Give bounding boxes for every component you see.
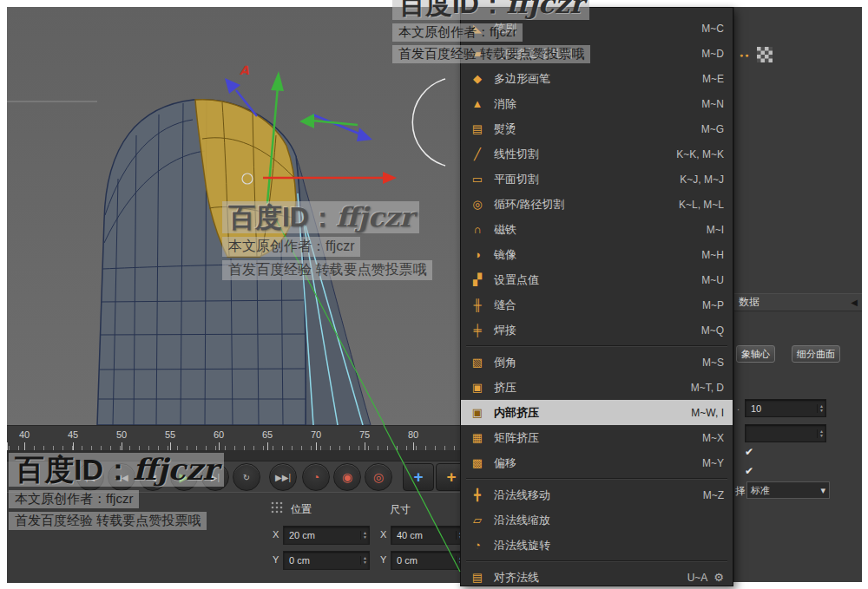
- menu-item-label: 设置点值: [494, 272, 701, 288]
- stepper-icon[interactable]: ▲▼: [817, 404, 825, 413]
- stepper-icon[interactable]: ▲▼: [360, 531, 369, 540]
- menu-item-polygon-pen[interactable]: ◆多边形画笔M~E: [461, 66, 733, 91]
- autokey-button[interactable]: ◉: [333, 463, 361, 491]
- stepper-icon[interactable]: ▲▼: [360, 556, 369, 565]
- secondary-value-field[interactable]: ▲▼: [745, 424, 826, 442]
- loop-button[interactable]: ↻: [233, 463, 260, 491]
- subdivision-value-field[interactable]: ▲▼: [745, 399, 826, 417]
- watermark-author-line: 本文原创作者：ffjczr: [222, 237, 360, 257]
- menu-item-stitch-sew[interactable]: ╫缝合M~P: [461, 292, 733, 317]
- tab-subdivision-surface[interactable]: 细分曲面: [792, 345, 840, 363]
- size-header: 尺寸: [390, 502, 411, 517]
- menu-item-shortcut: M~S: [702, 357, 724, 369]
- collapse-arrow-icon[interactable]: ◀: [851, 294, 858, 311]
- attribute-panel: ●● 数据 ◀ 象轴心 细分曲面 . ▲▼ ▲▼ ✔ ✔ 择 标准 ▾: [733, 7, 862, 582]
- menu-item-label: 磁铁: [494, 222, 707, 238]
- menu-item-shortcut: M~W, I: [691, 407, 724, 419]
- menu-separator: [466, 478, 727, 480]
- menu-item-shortcut: M~T, D: [691, 382, 724, 394]
- menu-item-extrude-inner[interactable]: ▣内部挤压M~W, I: [461, 400, 733, 425]
- subdivision-value-input[interactable]: [746, 403, 817, 414]
- menu-item-normal-move[interactable]: ╋沿法线移动M~Z: [461, 482, 733, 507]
- menu-item-matrix-extrude[interactable]: ▦矩阵挤压M~X: [461, 425, 733, 450]
- secondary-value-input[interactable]: [746, 429, 817, 439]
- menu-item-label: 对齐法线: [494, 570, 687, 586]
- position-y-field[interactable]: ▲▼: [283, 551, 370, 570]
- menu-item-line-cut[interactable]: ╱线性切割K~K, M~K: [461, 141, 733, 167]
- menu-item-label: 内部挤压: [494, 405, 691, 421]
- menu-item-shortcut: M~Y: [702, 457, 724, 469]
- menu-item-shortcut: K~K, M~K: [676, 148, 724, 160]
- size-x-input[interactable]: [391, 530, 456, 540]
- move-tool-button[interactable]: +: [403, 463, 434, 491]
- record-keyframe-button[interactable]: ◔: [302, 463, 330, 491]
- magnet-icon: ∩: [468, 223, 487, 236]
- menu-item-label: 沿法线缩放: [494, 513, 724, 528]
- menu-item-align-normals[interactable]: ▤对齐法线U~A⚙: [461, 565, 733, 589]
- menu-item-dissolve[interactable]: ▲消除M~N: [461, 91, 733, 116]
- menu-item-plane-cut[interactable]: ▭平面切割K~J, M~J: [461, 167, 733, 192]
- size-y-input[interactable]: [391, 555, 456, 566]
- menu-item-shortcut: K~J, M~J: [680, 173, 724, 186]
- watermark-source-line: 首发百度经验 转载要点赞投票哦: [9, 512, 207, 530]
- menu-item-smooth-shift[interactable]: ▩偏移M~Y: [461, 450, 733, 475]
- bevel-icon: ▧: [468, 356, 487, 369]
- loop-path-cut-icon: ◎: [468, 198, 487, 211]
- menu-item-extrude[interactable]: ▣挤压M~T, D: [461, 375, 733, 400]
- menu-item-set-point-value[interactable]: ▞设置点值M~U: [461, 267, 733, 292]
- goto-end-icon: ▶▶|: [275, 473, 291, 482]
- menu-item-weld[interactable]: ╪焊接M~Q: [461, 317, 733, 343]
- watermark-id-line: 百度ID：ffjczr: [392, 0, 589, 20]
- menu-item-bevel[interactable]: ▧倒角M~S: [461, 350, 733, 375]
- menu-item-shortcut: M~G: [701, 123, 724, 135]
- position-x-input[interactable]: [284, 530, 360, 540]
- menu-item-label: 消除: [494, 96, 701, 112]
- goto-end-button[interactable]: ▶▶|: [269, 463, 297, 491]
- texture-tag-icon[interactable]: [757, 47, 773, 62]
- watermark-source-line: 首发百度经验 转载要点赞投票哦: [392, 45, 590, 63]
- menu-item-label: 沿法线移动: [494, 488, 703, 503]
- secondary-gizmo[interactable]: [299, 114, 372, 141]
- iron-icon: ▤: [468, 122, 487, 135]
- axis-label-x2: X: [380, 529, 386, 540]
- watermark-middle: 百度ID：ffjczr 本文原创作者：ffjczr 首发百度经验 转载要点赞投票…: [222, 201, 432, 284]
- menu-item-shortcut: M~Q: [701, 324, 724, 337]
- menu-item-iron[interactable]: ▤熨烫M~G: [461, 116, 733, 141]
- menu-item-magnet[interactable]: ∩磁铁M~I: [461, 217, 733, 242]
- size-y-field[interactable]: ▲▼: [391, 551, 465, 570]
- data-section-header[interactable]: 数据 ◀: [734, 293, 862, 311]
- timeline-ruler[interactable]: 40 45 50 55 60 65 70 75 80: [7, 425, 462, 451]
- modeling-context-menu: ◣笔刷M~C ▰封闭多边形孔洞M~D ◆多边形画笔M~E ▲消除M~N ▤熨烫M…: [460, 7, 733, 586]
- stepper-icon[interactable]: ▲▼: [817, 429, 825, 438]
- stitch-sew-icon: ╫: [468, 298, 487, 311]
- set-point-value-icon: ▞: [468, 273, 487, 286]
- axis-label-a: A: [240, 63, 249, 77]
- data-section-label: 数据: [734, 296, 760, 308]
- gear-icon[interactable]: ⚙: [713, 571, 724, 584]
- menu-separator: [466, 560, 727, 562]
- menu-item-label: 镜像: [494, 247, 701, 263]
- position-x-field[interactable]: ▲▼: [283, 526, 370, 545]
- checkbox-checked-icon[interactable]: ✔: [745, 465, 753, 477]
- menu-item-mirror[interactable]: ◑镜像M~H: [461, 242, 733, 267]
- major-ticks: [7, 442, 462, 450]
- position-y-input[interactable]: [284, 555, 360, 566]
- ruler-tick: 40: [19, 429, 30, 440]
- axis-label-y: Y: [273, 554, 279, 565]
- menu-item-label: 平面切割: [494, 172, 680, 187]
- menu-item-shortcut: M~X: [702, 432, 724, 444]
- size-x-field[interactable]: ▲▼: [391, 526, 465, 545]
- record-options-button[interactable]: ◎: [365, 463, 392, 491]
- point-tag-icon[interactable]: ●●: [740, 52, 750, 58]
- rotation-ring[interactable]: [412, 79, 445, 166]
- menu-item-shortcut: M~U: [701, 274, 724, 286]
- menu-item-normal-scale[interactable]: ▱沿法线缩放: [461, 507, 733, 533]
- ruler-tick: 65: [262, 429, 273, 440]
- menu-item-loop-path-cut[interactable]: ◎循环/路径切割K~L, M~L: [461, 192, 733, 217]
- checkbox-checked-icon[interactable]: ✔: [745, 446, 753, 458]
- subdivision-uv-dropdown[interactable]: 标准 ▾: [746, 481, 830, 499]
- menu-item-shortcut: M~C: [701, 23, 724, 35]
- menu-item-normal-rotate[interactable]: ◔沿法线旋转: [461, 533, 733, 558]
- menu-item-shortcut: M~I: [707, 224, 724, 236]
- tab-object-axis[interactable]: 象轴心: [736, 345, 775, 363]
